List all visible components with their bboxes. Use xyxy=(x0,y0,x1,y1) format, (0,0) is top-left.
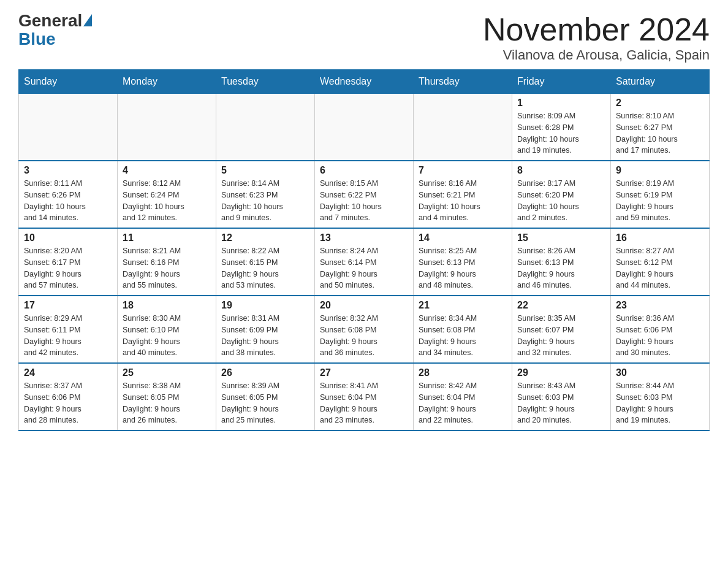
calendar-cell: 19Sunrise: 8:31 AM Sunset: 6:09 PM Dayli… xyxy=(216,296,315,363)
day-info: Sunrise: 8:11 AM Sunset: 6:26 PM Dayligh… xyxy=(24,178,112,224)
logo: General Blue xyxy=(18,12,92,49)
header-friday: Friday xyxy=(512,70,611,94)
day-number: 27 xyxy=(320,367,408,378)
calendar-cell: 26Sunrise: 8:39 AM Sunset: 6:05 PM Dayli… xyxy=(216,363,315,431)
day-info: Sunrise: 8:27 AM Sunset: 6:12 PM Dayligh… xyxy=(616,245,704,291)
day-number: 15 xyxy=(517,232,605,243)
day-info: Sunrise: 8:34 AM Sunset: 6:08 PM Dayligh… xyxy=(419,313,507,359)
calendar-cell: 14Sunrise: 8:25 AM Sunset: 6:13 PM Dayli… xyxy=(414,228,512,296)
day-number: 12 xyxy=(221,232,309,243)
day-number: 3 xyxy=(24,165,112,176)
calendar-week-3: 10Sunrise: 8:20 AM Sunset: 6:17 PM Dayli… xyxy=(19,228,710,296)
header-wednesday: Wednesday xyxy=(315,70,414,94)
calendar-header-row: SundayMondayTuesdayWednesdayThursdayFrid… xyxy=(19,70,710,94)
day-info: Sunrise: 8:36 AM Sunset: 6:06 PM Dayligh… xyxy=(616,313,704,359)
day-info: Sunrise: 8:38 AM Sunset: 6:05 PM Dayligh… xyxy=(123,380,211,426)
calendar-cell xyxy=(414,94,512,161)
day-number: 17 xyxy=(24,300,112,311)
calendar-cell xyxy=(315,94,414,161)
calendar-cell: 21Sunrise: 8:34 AM Sunset: 6:08 PM Dayli… xyxy=(414,296,512,363)
calendar-cell: 5Sunrise: 8:14 AM Sunset: 6:23 PM Daylig… xyxy=(216,161,315,228)
day-number: 2 xyxy=(616,98,704,109)
day-info: Sunrise: 8:42 AM Sunset: 6:04 PM Dayligh… xyxy=(419,380,507,426)
calendar-cell: 24Sunrise: 8:37 AM Sunset: 6:06 PM Dayli… xyxy=(19,363,118,431)
calendar-week-1: 1Sunrise: 8:09 AM Sunset: 6:28 PM Daylig… xyxy=(19,94,710,161)
calendar-table: SundayMondayTuesdayWednesdayThursdayFrid… xyxy=(18,69,710,431)
day-number: 28 xyxy=(419,367,507,378)
calendar-cell xyxy=(19,94,118,161)
calendar-week-4: 17Sunrise: 8:29 AM Sunset: 6:11 PM Dayli… xyxy=(19,296,710,363)
calendar-cell: 27Sunrise: 8:41 AM Sunset: 6:04 PM Dayli… xyxy=(315,363,414,431)
calendar-cell: 8Sunrise: 8:17 AM Sunset: 6:20 PM Daylig… xyxy=(512,161,611,228)
day-info: Sunrise: 8:12 AM Sunset: 6:24 PM Dayligh… xyxy=(123,178,211,224)
calendar-cell: 29Sunrise: 8:43 AM Sunset: 6:03 PM Dayli… xyxy=(512,363,611,431)
header-saturday: Saturday xyxy=(611,70,710,94)
calendar-cell: 20Sunrise: 8:32 AM Sunset: 6:08 PM Dayli… xyxy=(315,296,414,363)
day-info: Sunrise: 8:37 AM Sunset: 6:06 PM Dayligh… xyxy=(24,380,112,426)
calendar-cell: 13Sunrise: 8:24 AM Sunset: 6:14 PM Dayli… xyxy=(315,228,414,296)
calendar-week-5: 24Sunrise: 8:37 AM Sunset: 6:06 PM Dayli… xyxy=(19,363,710,431)
day-number: 5 xyxy=(221,165,309,176)
day-number: 19 xyxy=(221,300,309,311)
day-info: Sunrise: 8:35 AM Sunset: 6:07 PM Dayligh… xyxy=(517,313,605,359)
day-info: Sunrise: 8:44 AM Sunset: 6:03 PM Dayligh… xyxy=(616,380,704,426)
calendar-cell: 15Sunrise: 8:26 AM Sunset: 6:13 PM Dayli… xyxy=(512,228,611,296)
day-info: Sunrise: 8:10 AM Sunset: 6:27 PM Dayligh… xyxy=(616,110,704,156)
header-sunday: Sunday xyxy=(19,70,118,94)
day-number: 8 xyxy=(517,165,605,176)
logo-general-text: General xyxy=(18,12,82,29)
calendar-cell: 18Sunrise: 8:30 AM Sunset: 6:10 PM Dayli… xyxy=(118,296,216,363)
day-number: 1 xyxy=(517,98,605,109)
day-number: 22 xyxy=(517,300,605,311)
day-info: Sunrise: 8:16 AM Sunset: 6:21 PM Dayligh… xyxy=(419,178,507,224)
calendar-cell: 1Sunrise: 8:09 AM Sunset: 6:28 PM Daylig… xyxy=(512,94,611,161)
day-number: 7 xyxy=(419,165,507,176)
calendar-cell: 22Sunrise: 8:35 AM Sunset: 6:07 PM Dayli… xyxy=(512,296,611,363)
calendar-week-2: 3Sunrise: 8:11 AM Sunset: 6:26 PM Daylig… xyxy=(19,161,710,228)
day-info: Sunrise: 8:15 AM Sunset: 6:22 PM Dayligh… xyxy=(320,178,408,224)
day-number: 18 xyxy=(123,300,211,311)
logo-triangle-icon xyxy=(83,14,92,26)
day-info: Sunrise: 8:21 AM Sunset: 6:16 PM Dayligh… xyxy=(123,245,211,291)
day-info: Sunrise: 8:14 AM Sunset: 6:23 PM Dayligh… xyxy=(221,178,309,224)
calendar-cell: 2Sunrise: 8:10 AM Sunset: 6:27 PM Daylig… xyxy=(611,94,710,161)
day-info: Sunrise: 8:25 AM Sunset: 6:13 PM Dayligh… xyxy=(419,245,507,291)
title-block: November 2024 Vilanova de Arousa, Galici… xyxy=(483,12,710,63)
day-info: Sunrise: 8:43 AM Sunset: 6:03 PM Dayligh… xyxy=(517,380,605,426)
day-info: Sunrise: 8:32 AM Sunset: 6:08 PM Dayligh… xyxy=(320,313,408,359)
day-number: 25 xyxy=(123,367,211,378)
calendar-cell: 7Sunrise: 8:16 AM Sunset: 6:21 PM Daylig… xyxy=(414,161,512,228)
calendar-cell xyxy=(216,94,315,161)
header-thursday: Thursday xyxy=(414,70,512,94)
day-number: 10 xyxy=(24,232,112,243)
calendar-cell: 3Sunrise: 8:11 AM Sunset: 6:26 PM Daylig… xyxy=(19,161,118,228)
day-info: Sunrise: 8:29 AM Sunset: 6:11 PM Dayligh… xyxy=(24,313,112,359)
calendar-cell: 11Sunrise: 8:21 AM Sunset: 6:16 PM Dayli… xyxy=(118,228,216,296)
day-info: Sunrise: 8:22 AM Sunset: 6:15 PM Dayligh… xyxy=(221,245,309,291)
day-info: Sunrise: 8:09 AM Sunset: 6:28 PM Dayligh… xyxy=(517,110,605,156)
calendar-cell: 23Sunrise: 8:36 AM Sunset: 6:06 PM Dayli… xyxy=(611,296,710,363)
day-info: Sunrise: 8:41 AM Sunset: 6:04 PM Dayligh… xyxy=(320,380,408,426)
day-number: 6 xyxy=(320,165,408,176)
calendar-cell: 10Sunrise: 8:20 AM Sunset: 6:17 PM Dayli… xyxy=(19,228,118,296)
logo-blue-text: Blue xyxy=(18,29,56,49)
calendar-subtitle: Vilanova de Arousa, Galicia, Spain xyxy=(483,47,710,63)
calendar-cell xyxy=(118,94,216,161)
day-number: 23 xyxy=(616,300,704,311)
day-info: Sunrise: 8:24 AM Sunset: 6:14 PM Dayligh… xyxy=(320,245,408,291)
header-monday: Monday xyxy=(118,70,216,94)
calendar-title: November 2024 xyxy=(483,12,710,47)
day-number: 30 xyxy=(616,367,704,378)
day-info: Sunrise: 8:30 AM Sunset: 6:10 PM Dayligh… xyxy=(123,313,211,359)
day-info: Sunrise: 8:17 AM Sunset: 6:20 PM Dayligh… xyxy=(517,178,605,224)
day-number: 14 xyxy=(419,232,507,243)
day-number: 11 xyxy=(123,232,211,243)
calendar-cell: 30Sunrise: 8:44 AM Sunset: 6:03 PM Dayli… xyxy=(611,363,710,431)
day-number: 26 xyxy=(221,367,309,378)
day-info: Sunrise: 8:31 AM Sunset: 6:09 PM Dayligh… xyxy=(221,313,309,359)
calendar-cell: 25Sunrise: 8:38 AM Sunset: 6:05 PM Dayli… xyxy=(118,363,216,431)
calendar-cell: 4Sunrise: 8:12 AM Sunset: 6:24 PM Daylig… xyxy=(118,161,216,228)
day-number: 29 xyxy=(517,367,605,378)
header-tuesday: Tuesday xyxy=(216,70,315,94)
day-number: 21 xyxy=(419,300,507,311)
